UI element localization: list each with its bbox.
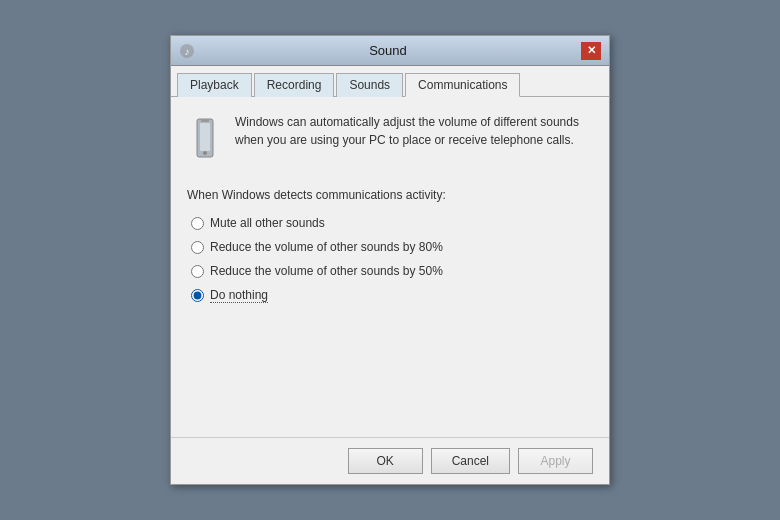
svg-rect-5 xyxy=(201,119,209,122)
close-button[interactable]: ✕ xyxy=(581,42,601,60)
radio-mute-all[interactable]: Mute all other sounds xyxy=(191,216,593,230)
tab-recording[interactable]: Recording xyxy=(254,73,335,97)
tab-playback[interactable]: Playback xyxy=(177,73,252,97)
radio-do-nothing[interactable]: Do nothing xyxy=(191,288,593,303)
radio-reduce-50[interactable]: Reduce the volume of other sounds by 50% xyxy=(191,264,593,278)
tab-bar: Playback Recording Sounds Communications xyxy=(171,66,609,97)
cancel-button[interactable]: Cancel xyxy=(431,448,510,474)
radio-input-reduce-80[interactable] xyxy=(191,241,204,254)
svg-point-4 xyxy=(203,151,207,155)
apply-button[interactable]: Apply xyxy=(518,448,593,474)
svg-rect-3 xyxy=(200,123,210,151)
info-box: Windows can automatically adjust the vol… xyxy=(187,113,593,168)
content-area: Windows can automatically adjust the vol… xyxy=(171,97,609,437)
title-bar: ♪ Sound ✕ xyxy=(171,36,609,66)
app-icon: ♪ xyxy=(179,43,195,59)
ok-button[interactable]: OK xyxy=(348,448,423,474)
radio-input-do-nothing[interactable] xyxy=(191,289,204,302)
radio-input-reduce-50[interactable] xyxy=(191,265,204,278)
radio-input-mute-all[interactable] xyxy=(191,217,204,230)
radio-reduce-80[interactable]: Reduce the volume of other sounds by 80% xyxy=(191,240,593,254)
button-bar: OK Cancel Apply xyxy=(171,437,609,484)
sound-dialog: ♪ Sound ✕ Playback Recording Sounds Comm… xyxy=(170,35,610,485)
section-label: When Windows detects communications acti… xyxy=(187,188,593,202)
dialog-title: Sound xyxy=(195,43,581,58)
info-description: Windows can automatically adjust the vol… xyxy=(235,113,579,149)
tab-sounds[interactable]: Sounds xyxy=(336,73,403,97)
radio-group: Mute all other sounds Reduce the volume … xyxy=(187,216,593,303)
phone-icon xyxy=(187,117,223,168)
svg-text:♪: ♪ xyxy=(185,46,190,57)
tab-communications[interactable]: Communications xyxy=(405,73,520,97)
